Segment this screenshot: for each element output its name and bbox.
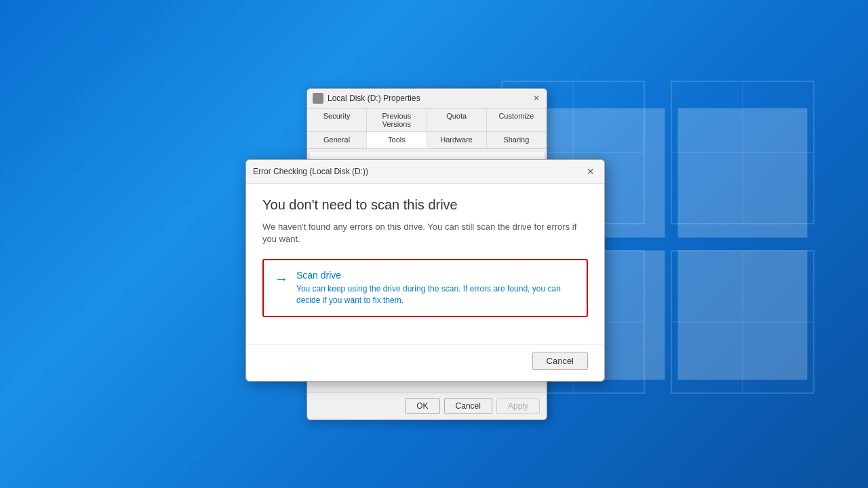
scan-drive-description: You can keep using the drive during the … [296,283,576,306]
disk-icon [313,93,323,104]
tab-hardware[interactable]: Hardware [427,132,487,148]
tab-general[interactable]: General [307,132,367,148]
scan-drive-title: Scan drive [296,270,576,281]
properties-tabs-row2: General Tools Hardware Sharing [307,132,547,149]
scan-drive-text: Scan drive You can keep using the drive … [296,270,576,306]
tab-customize[interactable]: Customize [487,108,547,131]
tab-quota[interactable]: Quota [427,108,487,131]
error-dialog-body: You don't need to scan this drive We hav… [246,184,604,344]
ok-button[interactable]: OK [405,398,439,414]
dialog-close-button[interactable]: ✕ [584,165,597,178]
error-dialog-titlebar: Error Checking (Local Disk (D:)) ✕ [246,160,604,184]
properties-tabs-row1: Security Previous Versions Quota Customi… [307,108,547,132]
titlebar-left: Local Disk (D:) Properties [313,93,420,104]
tab-sharing[interactable]: Sharing [487,132,547,148]
scan-drive-option[interactable]: → Scan drive You can keep using the driv… [262,259,588,317]
error-dialog-title: Error Checking (Local Disk (D:)) [253,167,368,176]
properties-close-button[interactable]: ✕ [532,94,541,103]
tab-security[interactable]: Security [307,108,367,131]
dialog-heading: You don't need to scan this drive [262,197,588,213]
properties-titlebar: Local Disk (D:) Properties ✕ [307,89,547,108]
cancel-button[interactable]: Cancel [444,398,492,414]
arrow-right-icon: → [275,271,288,287]
dialog-cancel-button[interactable]: Cancel [532,352,588,370]
dialog-footer: Cancel [246,344,604,381]
properties-footer: OK Cancel Apply [307,392,547,420]
apply-button[interactable]: Apply [496,398,540,414]
properties-title: Local Disk (D:) Properties [328,94,420,103]
dialog-subtext: We haven't found any errors on this driv… [262,221,588,245]
tab-previous-versions[interactable]: Previous Versions [367,108,427,131]
error-checking-dialog: Error Checking (Local Disk (D:)) ✕ You d… [245,159,605,382]
tab-tools[interactable]: Tools [367,132,427,148]
